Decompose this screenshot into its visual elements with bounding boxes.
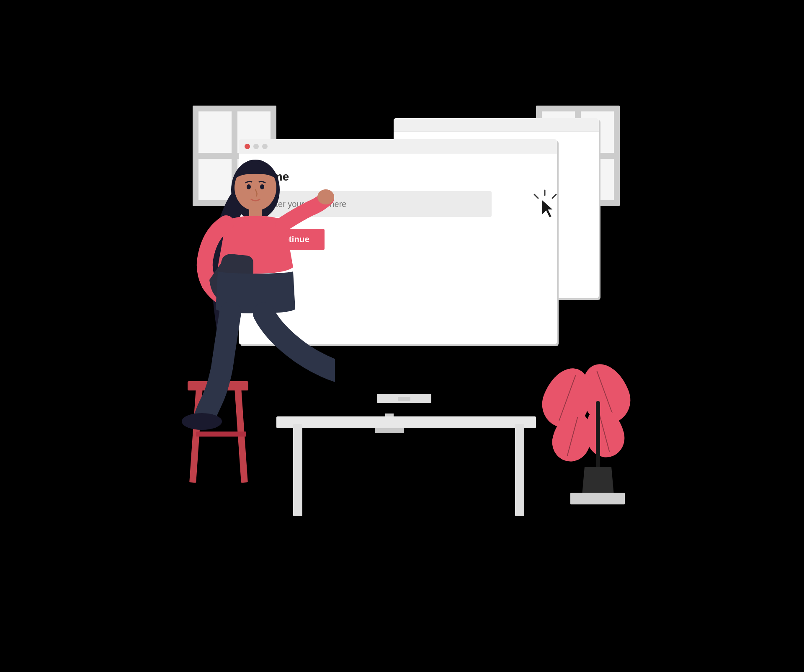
monitor-stand-base xyxy=(375,427,404,433)
plant-stem xyxy=(596,401,600,468)
monitor-back-titlebar xyxy=(394,118,599,132)
person-svg xyxy=(176,150,335,435)
titlebar-dot-gray1 xyxy=(253,144,259,149)
desk-leg-left xyxy=(293,424,302,516)
titlebar-dot-gray2 xyxy=(262,144,268,149)
svg-point-7 xyxy=(182,413,222,430)
svg-line-2 xyxy=(534,194,538,198)
svg-point-6 xyxy=(317,189,334,204)
titlebar-dot-red xyxy=(245,144,250,149)
svg-point-10 xyxy=(247,184,251,189)
scene-container: Name Continue xyxy=(151,106,653,566)
desk-drawer-handle xyxy=(398,397,410,401)
desk-leg-right xyxy=(515,424,524,516)
person-illustration xyxy=(176,150,335,437)
svg-line-1 xyxy=(552,194,556,198)
svg-point-11 xyxy=(260,184,264,189)
floor-baseboard-box xyxy=(570,493,625,504)
